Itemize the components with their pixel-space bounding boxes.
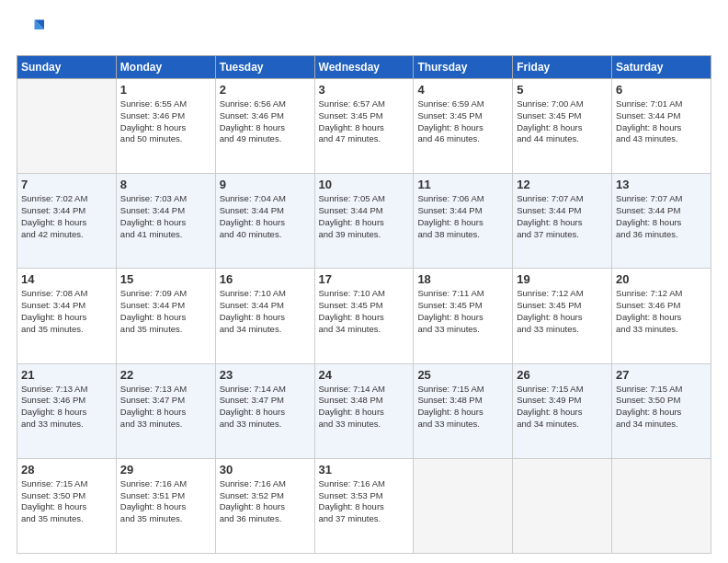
cell-info-line: and 37 minutes. bbox=[319, 513, 410, 525]
cell-info-line: and 37 minutes. bbox=[517, 229, 608, 241]
day-number: 31 bbox=[319, 463, 410, 477]
weekday-header-row: SundayMondayTuesdayWednesdayThursdayFrid… bbox=[17, 56, 711, 79]
cell-info-line: Sunrise: 7:03 AM bbox=[120, 193, 211, 205]
cell-info-line: and 49 minutes. bbox=[220, 133, 311, 145]
cell-info-line: Sunrise: 7:05 AM bbox=[319, 193, 410, 205]
day-number: 14 bbox=[21, 272, 112, 286]
calendar-cell: 15Sunrise: 7:09 AMSunset: 3:44 PMDayligh… bbox=[116, 269, 215, 363]
day-number: 6 bbox=[616, 83, 707, 97]
cell-info-line: Sunset: 3:44 PM bbox=[120, 205, 211, 217]
logo-icon bbox=[18, 17, 44, 42]
calendar-cell: 23Sunrise: 7:14 AMSunset: 3:47 PMDayligh… bbox=[215, 363, 314, 458]
cell-info-line: and 33 minutes. bbox=[120, 419, 211, 431]
calendar-cell: 7Sunrise: 7:02 AMSunset: 3:44 PMDaylight… bbox=[17, 174, 117, 269]
cell-info-line: Daylight: 8 hours bbox=[319, 501, 410, 513]
logo bbox=[17, 17, 44, 46]
weekday-header-tuesday: Tuesday bbox=[215, 56, 314, 79]
day-number: 9 bbox=[220, 178, 311, 191]
calendar-cell: 1Sunrise: 6:55 AMSunset: 3:46 PMDaylight… bbox=[116, 79, 215, 174]
weekday-header-sunday: Sunday bbox=[17, 56, 117, 79]
day-number: 19 bbox=[517, 272, 608, 286]
cell-info-line: Sunrise: 7:12 AM bbox=[517, 288, 608, 300]
cell-info-line: Daylight: 8 hours bbox=[120, 407, 211, 419]
cell-info-line: Daylight: 8 hours bbox=[417, 407, 508, 419]
cell-info-line: Daylight: 8 hours bbox=[616, 312, 707, 324]
cell-info-line: Sunrise: 7:15 AM bbox=[517, 384, 608, 396]
cell-info-line: Sunset: 3:46 PM bbox=[120, 110, 211, 122]
cell-info-line: Daylight: 8 hours bbox=[21, 501, 112, 513]
cell-info-line: Daylight: 8 hours bbox=[21, 312, 112, 324]
calendar-cell: 2Sunrise: 6:56 AMSunset: 3:46 PMDaylight… bbox=[215, 79, 314, 174]
day-number: 24 bbox=[319, 368, 410, 382]
calendar-cell: 25Sunrise: 7:15 AMSunset: 3:48 PMDayligh… bbox=[414, 363, 513, 458]
calendar-cell: 27Sunrise: 7:15 AMSunset: 3:50 PMDayligh… bbox=[612, 363, 711, 458]
cell-info-line: and 40 minutes. bbox=[220, 229, 311, 241]
day-number: 27 bbox=[616, 368, 707, 382]
cell-info-line: Sunrise: 7:15 AM bbox=[21, 478, 112, 490]
calendar-cell: 9Sunrise: 7:04 AMSunset: 3:44 PMDaylight… bbox=[215, 174, 314, 269]
calendar-cell: 6Sunrise: 7:01 AMSunset: 3:44 PMDaylight… bbox=[612, 79, 711, 174]
cell-info-line: Daylight: 8 hours bbox=[517, 312, 608, 324]
cell-info-line: and 33 minutes. bbox=[220, 419, 311, 431]
cell-info-line: Daylight: 8 hours bbox=[120, 501, 211, 513]
cell-info-line: Sunset: 3:49 PM bbox=[517, 395, 608, 407]
cell-info-line: Sunrise: 7:10 AM bbox=[220, 288, 311, 300]
calendar-cell: 14Sunrise: 7:08 AMSunset: 3:44 PMDayligh… bbox=[17, 269, 117, 363]
cell-info-line: and 34 minutes. bbox=[319, 324, 410, 336]
calendar-cell: 19Sunrise: 7:12 AMSunset: 3:45 PMDayligh… bbox=[513, 269, 612, 363]
cell-info-line: Sunset: 3:47 PM bbox=[220, 395, 311, 407]
cell-info-line: Sunset: 3:48 PM bbox=[417, 395, 508, 407]
cell-info-line: Daylight: 8 hours bbox=[517, 407, 608, 419]
day-number: 26 bbox=[517, 368, 608, 382]
calendar-table: SundayMondayTuesdayWednesdayThursdayFrid… bbox=[17, 55, 711, 554]
cell-info-line: Daylight: 8 hours bbox=[517, 122, 608, 134]
cell-info-line: Sunset: 3:51 PM bbox=[120, 490, 211, 502]
day-number: 11 bbox=[417, 178, 508, 191]
day-number: 15 bbox=[120, 272, 211, 286]
cell-info-line: Daylight: 8 hours bbox=[319, 217, 410, 229]
calendar-cell: 12Sunrise: 7:07 AMSunset: 3:44 PMDayligh… bbox=[513, 174, 612, 269]
cell-info-line: and 50 minutes. bbox=[120, 133, 211, 145]
cell-info-line: Sunrise: 7:07 AM bbox=[616, 193, 707, 205]
cell-info-line: Sunset: 3:44 PM bbox=[417, 205, 508, 217]
day-number: 17 bbox=[319, 272, 410, 286]
weekday-header-monday: Monday bbox=[116, 56, 215, 79]
calendar-cell: 24Sunrise: 7:14 AMSunset: 3:48 PMDayligh… bbox=[314, 363, 414, 458]
day-number: 23 bbox=[220, 368, 311, 382]
cell-info-line: and 35 minutes. bbox=[120, 324, 211, 336]
calendar-week-row: 7Sunrise: 7:02 AMSunset: 3:44 PMDaylight… bbox=[17, 174, 711, 269]
calendar-week-row: 1Sunrise: 6:55 AMSunset: 3:46 PMDaylight… bbox=[17, 79, 711, 174]
calendar-cell bbox=[513, 458, 612, 553]
cell-info-line: Sunrise: 7:02 AM bbox=[21, 193, 112, 205]
day-number: 20 bbox=[616, 272, 707, 286]
calendar-cell: 3Sunrise: 6:57 AMSunset: 3:45 PMDaylight… bbox=[314, 79, 414, 174]
cell-info-line: Sunset: 3:44 PM bbox=[616, 110, 707, 122]
day-number: 4 bbox=[417, 83, 508, 97]
calendar-week-row: 28Sunrise: 7:15 AMSunset: 3:50 PMDayligh… bbox=[17, 458, 711, 553]
calendar-cell bbox=[17, 79, 117, 174]
cell-info-line: and 47 minutes. bbox=[319, 133, 410, 145]
cell-info-line: Sunset: 3:50 PM bbox=[616, 395, 707, 407]
day-number: 18 bbox=[417, 272, 508, 286]
day-number: 3 bbox=[319, 83, 410, 97]
cell-info-line: Sunrise: 7:07 AM bbox=[517, 193, 608, 205]
cell-info-line: Daylight: 8 hours bbox=[21, 217, 112, 229]
calendar-week-row: 14Sunrise: 7:08 AMSunset: 3:44 PMDayligh… bbox=[17, 269, 711, 363]
calendar-cell: 11Sunrise: 7:06 AMSunset: 3:44 PMDayligh… bbox=[414, 174, 513, 269]
cell-info-line: Daylight: 8 hours bbox=[319, 407, 410, 419]
cell-info-line: and 35 minutes. bbox=[21, 324, 112, 336]
day-number: 13 bbox=[616, 178, 707, 191]
cell-info-line: Daylight: 8 hours bbox=[616, 217, 707, 229]
cell-info-line: Sunset: 3:44 PM bbox=[220, 205, 311, 217]
cell-info-line: Sunset: 3:44 PM bbox=[220, 300, 311, 312]
cell-info-line: and 41 minutes. bbox=[120, 229, 211, 241]
day-number: 2 bbox=[220, 83, 311, 97]
cell-info-line: Sunset: 3:44 PM bbox=[21, 300, 112, 312]
cell-info-line: Daylight: 8 hours bbox=[220, 407, 311, 419]
cell-info-line: Sunrise: 7:00 AM bbox=[517, 98, 608, 110]
cell-info-line: Sunset: 3:46 PM bbox=[220, 110, 311, 122]
cell-info-line: and 39 minutes. bbox=[319, 229, 410, 241]
cell-info-line: Sunrise: 7:04 AM bbox=[220, 193, 311, 205]
calendar-cell: 18Sunrise: 7:11 AMSunset: 3:45 PMDayligh… bbox=[414, 269, 513, 363]
cell-info-line: Daylight: 8 hours bbox=[220, 122, 311, 134]
